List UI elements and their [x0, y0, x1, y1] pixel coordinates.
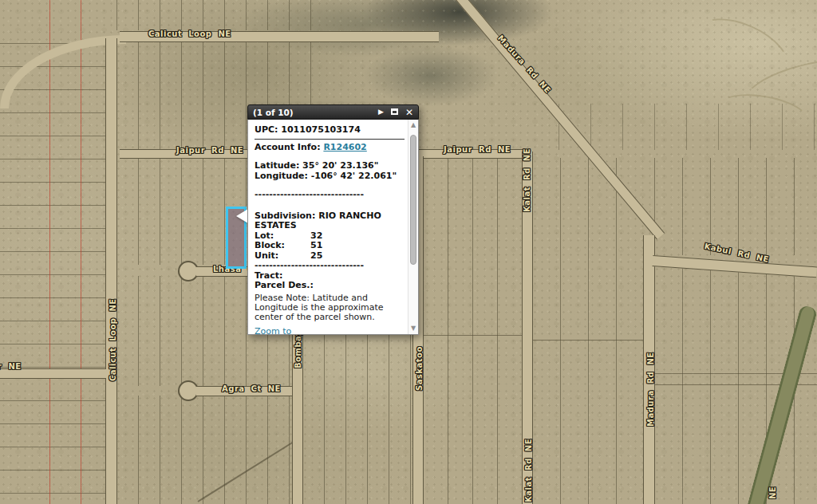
divider — [255, 139, 405, 140]
road-label-kalat-upper: Kalat Rd NE — [523, 148, 531, 212]
upc-line: UPC: 1011075103174 — [255, 125, 405, 136]
popup-titlebar[interactable]: (1 of 10) ▶ ✕ — [247, 104, 419, 120]
parcel-grid-block — [532, 158, 643, 504]
dashed-separator: ------------------------------ — [255, 261, 405, 271]
road-label-saskatoon: Saskatoo — [415, 346, 424, 391]
parcel-line — [532, 340, 643, 341]
road-label-bombay: Bombay — [294, 330, 302, 368]
scroll-down-icon[interactable]: ▼ — [408, 325, 418, 333]
unit-label: Unit: — [255, 251, 310, 262]
parcel-line — [423, 335, 522, 336]
parcel-info-popup: (1 of 10) ▶ ✕ UPC: 1011075103174 Account… — [247, 104, 419, 335]
subdivision-line: Subdivision: RIO RANCHO ESTATES — [255, 211, 405, 231]
road-label-calicut-loop-left: Calicut Loop NE — [109, 298, 117, 381]
account-label: Account Info: — [255, 142, 321, 152]
subdivision-label: Subdivision: — [255, 211, 315, 221]
account-link[interactable]: R124602 — [323, 142, 366, 152]
maximize-glyph — [391, 108, 398, 115]
unit-value: 25 — [310, 250, 322, 261]
road-label-calicut-loop-top: Calicut Loop NE — [148, 30, 231, 38]
parcel-grid-block — [558, 104, 817, 150]
road-calicut-loop-left — [105, 38, 117, 504]
parcel-grid-block — [0, 377, 106, 504]
scrollbar-thumb[interactable] — [410, 135, 416, 265]
zoom-to-link[interactable]: Zoom to — [255, 326, 291, 335]
road-label-jaipur-left: Jaipur Rd NE — [176, 146, 243, 155]
road-label-left-edge: r NE — [0, 362, 22, 371]
next-result-icon[interactable]: ▶ — [378, 108, 384, 116]
parcel-grid-block — [116, 396, 292, 504]
popup-content: UPC: 1011075103174 Account Info: R124602… — [248, 120, 408, 334]
road-label-madura-vertical: Madura Rd NE — [646, 352, 655, 427]
block-label: Block: — [255, 241, 310, 251]
dashed-separator: ------------------------------ — [255, 190, 405, 200]
road-label-agra: Agra Ct NE — [222, 384, 281, 393]
block-row: Block:51 — [255, 241, 405, 251]
upc-value: 1011075103174 — [281, 124, 361, 135]
popup-title: (1 of 10) — [253, 108, 378, 117]
popup-scrollbar[interactable]: ▲ ▼ — [408, 120, 418, 334]
block-value: 51 — [310, 240, 322, 250]
popup-body: UPC: 1011075103174 Account Info: R124602… — [247, 120, 419, 335]
parcel-des-line: Parcel Des.: — [255, 281, 405, 291]
map-viewport[interactable]: Calicut Loop NE Madura Rd NE Jaipur Rd N… — [0, 0, 817, 504]
account-line: Account Info: R124602 — [255, 143, 405, 153]
longitude-line: Longitude: -106° 42' 22.061" — [255, 171, 405, 182]
parcel-grid-block — [423, 158, 522, 504]
unit-row: Unit:25 — [255, 251, 405, 262]
lot-value: 32 — [310, 230, 322, 241]
upc-label: UPC: — [255, 124, 278, 135]
close-icon[interactable]: ✕ — [405, 108, 413, 117]
scroll-up-icon[interactable]: ▲ — [408, 121, 418, 129]
popup-pointer — [236, 209, 248, 223]
road-label-kalat-lower: Kalat Rd NE — [524, 439, 533, 502]
parcel-grid-block — [116, 0, 330, 30]
road-label-jaipur-right: Jaipur Rd NE — [444, 145, 511, 154]
road-label-ne-corner: NE — [768, 486, 777, 499]
parcel-grid-block — [654, 158, 817, 255]
maximize-icon[interactable] — [391, 108, 398, 116]
latitude-line: Latitude: 35° 20' 23.136" — [255, 161, 405, 171]
note-text: Please Note: Latitude and Longitude is t… — [255, 293, 405, 322]
